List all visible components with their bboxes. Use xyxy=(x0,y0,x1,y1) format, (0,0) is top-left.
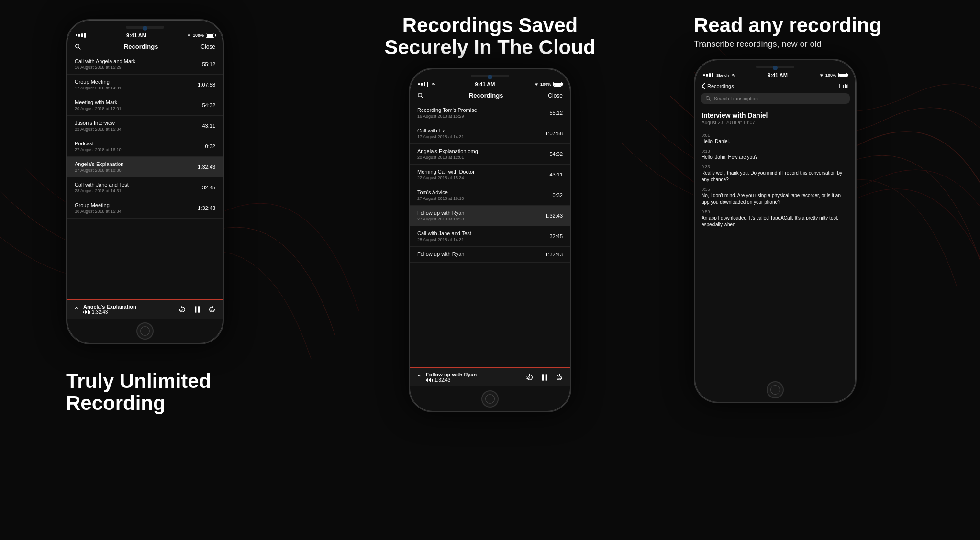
forward-btn-center[interactable]: 15 xyxy=(555,373,564,382)
list-item-c1[interactable]: Recording Tom's Promise 16 August 2018 a… xyxy=(410,103,570,123)
signal-bar-3 xyxy=(81,33,83,37)
search-bar-right[interactable]: Search Transcription xyxy=(701,93,850,104)
search-icon-left[interactable] xyxy=(75,44,81,50)
sig4 xyxy=(427,82,428,87)
back-btn[interactable]: Recordings xyxy=(702,83,734,89)
battery-icon-center xyxy=(553,82,562,87)
rewind-btn-left[interactable]: 15 xyxy=(178,305,187,314)
home-button-inner-right xyxy=(770,385,780,395)
headline-text-left: Truly Unlimited Recording xyxy=(66,370,211,414)
transcript-entry-3: 0:33 Really well, thank you. Do you mind… xyxy=(695,163,856,185)
pause-btn-left[interactable] xyxy=(192,305,202,314)
signal-bar-2 xyxy=(78,34,80,37)
right-headlines: Read any recording Transcribe recordings… xyxy=(694,14,881,59)
transcription-header: Recordings Edit xyxy=(695,80,856,91)
phone-right: Sketch ∿ 9:41 AM ∗ 100% xyxy=(694,59,857,403)
svg-line-7 xyxy=(421,96,423,98)
status-time-center: 9:41 AM xyxy=(475,81,495,87)
list-item[interactable]: Meeting with Mark 20 August 2018 at 12:0… xyxy=(67,95,223,116)
sig-r3 xyxy=(709,73,711,77)
section-right: Read any recording Transcribe recordings… xyxy=(694,14,914,526)
edit-btn[interactable]: Edit xyxy=(839,83,849,89)
close-btn-left[interactable]: Close xyxy=(200,44,215,50)
forward-btn-left[interactable]: 15 xyxy=(208,305,216,314)
recording-list-center: Recording Tom's Promise 16 August 2018 a… xyxy=(410,103,570,367)
status-time-right: 9:41 AM xyxy=(768,72,788,78)
list-item-c5[interactable]: Tom's Advice 27 August 2018 at 16:10 0:3… xyxy=(410,185,570,206)
transcript-entry-4: 0:35 No, I don't mind. Are you using a p… xyxy=(695,185,856,208)
list-item-c3[interactable]: Angela's Explanation omg 20 August 2018 … xyxy=(410,144,570,165)
search-icon-center[interactable] xyxy=(417,92,424,99)
now-playing-bar-center: ⌃ Follow up with Ryan xyxy=(410,367,570,386)
list-item-active[interactable]: Angela's Explanation 27 August 2018 at 1… xyxy=(67,157,223,177)
transcript-list: 0:01 Hello, Daniel. 0:13 Hello, John. Ho… xyxy=(695,131,856,377)
now-playing-bar-left: ⌃ Angela's Explanation xyxy=(67,299,223,319)
camera-left xyxy=(143,26,147,31)
home-button-center[interactable] xyxy=(481,390,499,408)
sig-r4 xyxy=(712,73,713,77)
playback-controls-left: 15 15 xyxy=(178,305,216,314)
sig3 xyxy=(424,82,425,86)
bluetooth-icon: ∗ xyxy=(187,33,191,38)
bt-icon-center: ∗ xyxy=(535,82,538,87)
battery-pct-right: 100% xyxy=(825,73,836,77)
recording-list-left: Call with Angela and Mark 16 August 2018… xyxy=(67,54,223,299)
interview-title: Interview with Daniel xyxy=(702,111,849,119)
signal-bar-4 xyxy=(84,33,86,38)
chevron-up-icon-center[interactable]: ⌃ xyxy=(416,374,422,381)
wifi-icon-center: ∿ xyxy=(432,82,435,87)
app-header-center: Recordings Close xyxy=(410,89,570,103)
recordings-title-left: Recordings xyxy=(124,43,158,50)
list-item-c6-active[interactable]: Follow up with Ryan 27 August 2018 at 10… xyxy=(410,206,570,226)
chevron-up-icon[interactable]: ⌃ xyxy=(74,306,79,313)
list-item-c4[interactable]: Morning Call with Doctor 22 August 2018 … xyxy=(410,165,570,185)
list-item[interactable]: Jason's Interview 22 August 2018 at 15:3… xyxy=(67,116,223,136)
list-item-c2[interactable]: Call with Ex 17 August 2018 at 14:31 1:0… xyxy=(410,123,570,144)
list-item[interactable]: Call with Angela and Mark 16 August 2018… xyxy=(67,54,223,75)
battery-icon-right xyxy=(838,73,847,77)
back-label: Recordings xyxy=(707,83,734,89)
list-item[interactable]: Podcast 27 August 2018 at 16:10 0:32 xyxy=(67,136,223,157)
battery-pct-center: 100% xyxy=(540,82,551,87)
waveform-icon xyxy=(83,310,90,314)
waveform-center xyxy=(426,378,433,382)
recordings-title-center: Recordings xyxy=(469,92,503,99)
signal-bar-1 xyxy=(76,34,77,36)
sig2 xyxy=(421,83,423,86)
back-chevron-icon xyxy=(702,83,705,89)
svg-rect-9 xyxy=(542,374,544,380)
transcript-entry-5: 0:59 An app I downloaded. It's called Ta… xyxy=(695,208,856,230)
svg-rect-10 xyxy=(546,374,547,380)
transcript-entry-1: 0:01 Hello, Daniel. xyxy=(695,131,856,147)
interview-date: August 23, 2018 at 18:07 xyxy=(702,120,849,125)
transcript-entry-2: 0:13 Hello, John. How are you? xyxy=(695,147,856,163)
home-button-inner xyxy=(140,326,150,336)
svg-line-13 xyxy=(709,99,710,100)
home-button-left[interactable] xyxy=(136,322,154,340)
home-button-right[interactable] xyxy=(767,381,784,398)
app-header-left: Recordings Close xyxy=(67,40,223,54)
rewind-btn-center[interactable]: 15 xyxy=(525,373,534,382)
close-btn-center[interactable]: Close xyxy=(548,92,563,99)
list-item[interactable]: Group Meeting 17 August 2018 at 14:31 1:… xyxy=(67,75,223,95)
now-playing-name-center: Follow up with Ryan xyxy=(426,372,477,377)
transcription-title-section: Interview with Daniel August 23, 2018 at… xyxy=(695,108,856,131)
bt-icon-right: ∗ xyxy=(820,73,824,77)
camera-right xyxy=(773,66,778,70)
sig-r1 xyxy=(703,74,705,76)
svg-line-1 xyxy=(78,47,80,49)
now-playing-name-left: Angela's Explanation xyxy=(83,304,136,309)
list-item-c8[interactable]: Follow up with Ryan 1:32:43 xyxy=(410,247,570,263)
center-headline: Recordings Saved Securely In The Cloud xyxy=(384,14,595,58)
right-headline-text: Read any recording xyxy=(694,14,881,36)
now-playing-duration-center: 1:32:43 xyxy=(434,377,450,383)
pause-btn-center[interactable] xyxy=(540,373,549,382)
battery-icon-left xyxy=(206,33,214,38)
list-item-c7[interactable]: Call with Jane and Test 28 August 2018 a… xyxy=(410,226,570,247)
wifi-icon-right: ∿ xyxy=(732,73,735,77)
list-item[interactable]: Call with Jane and Test 28 August 2018 a… xyxy=(67,177,223,198)
list-item[interactable]: Group Meeting 30 August 2018 at 15:34 1:… xyxy=(67,198,223,219)
section-left: 9:41 AM ∗ 100% Recordings Close xyxy=(66,14,286,526)
svg-rect-3 xyxy=(195,306,196,312)
home-button-inner-center xyxy=(485,394,495,404)
